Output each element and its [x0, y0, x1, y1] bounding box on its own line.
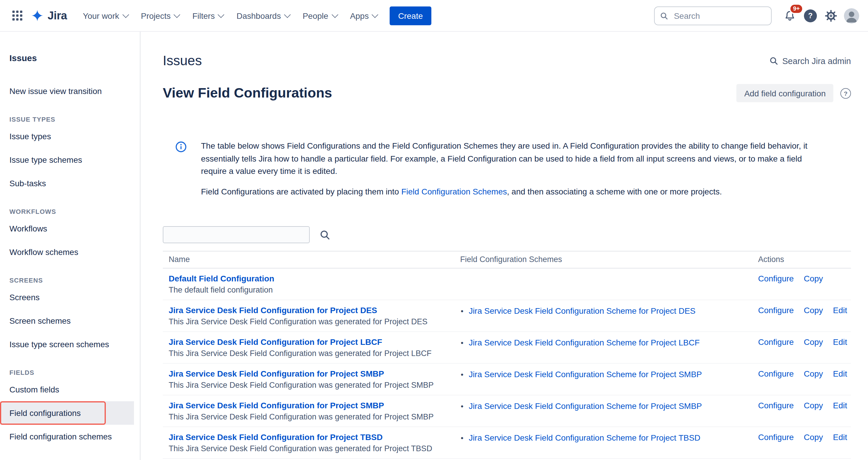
filter-search-button[interactable] [320, 229, 330, 240]
table-row: Jira Service Desk Field Configuration fo… [163, 395, 851, 427]
scheme-link[interactable]: Jira Service Desk Field Configuration Sc… [469, 432, 700, 443]
nav-dashboards[interactable]: Dashboards [230, 6, 296, 25]
column-header-name: Name [163, 252, 454, 268]
field-configurations-table: Name Field Configuration Schemes Actions… [163, 251, 851, 459]
field-configuration-link[interactable]: Jira Service Desk Field Configuration fo… [169, 305, 377, 316]
actions-cell: Configure Copy Edit [752, 427, 853, 458]
field-configuration-link[interactable]: Jira Service Desk Field Configuration fo… [169, 400, 384, 411]
field-configuration-link[interactable]: Default Field Configuration [169, 273, 274, 284]
sidebar-item-issue-type-schemes[interactable]: Issue type schemes [0, 148, 140, 171]
page-title: Issues [163, 53, 202, 69]
copy-link[interactable]: Copy [804, 305, 823, 316]
actions-cell: Configure Copy Edit [752, 395, 853, 427]
edit-link[interactable]: Edit [833, 337, 847, 348]
configure-link[interactable]: Configure [758, 305, 794, 316]
table-header: Name Field Configuration Schemes Actions [163, 251, 851, 268]
sidebar-section-workflows: WORKFLOWS [0, 195, 140, 217]
app-window: Jira Your work Projects Filters Dashboar… [0, 0, 868, 460]
scheme-link[interactable]: Jira Service Desk Field Configuration Sc… [469, 369, 702, 380]
schemes-cell: •Jira Service Desk Field Configuration S… [454, 364, 752, 395]
nav-label: Your work [83, 11, 119, 20]
edit-link[interactable]: Edit [833, 368, 847, 380]
configure-link[interactable]: Configure [758, 337, 794, 348]
app-switcher-button[interactable] [8, 7, 26, 24]
nav-filters[interactable]: Filters [186, 6, 230, 25]
sidebar-item-field-configurations[interactable]: Field configurations [0, 401, 134, 425]
section-actions: Add field configuration ? [737, 84, 851, 102]
copy-link[interactable]: Copy [804, 337, 823, 348]
field-configuration-schemes-link[interactable]: Field Configuration Schemes [401, 187, 507, 196]
configure-link[interactable]: Configure [758, 400, 794, 411]
configure-link[interactable]: Configure [758, 368, 794, 380]
schemes-cell: •Jira Service Desk Field Configuration S… [454, 332, 752, 363]
column-header-actions: Actions [752, 252, 851, 268]
actions-cell: Configure Copy Edit [752, 364, 853, 395]
edit-link[interactable]: Edit [833, 305, 847, 316]
nav-label: Dashboards [237, 11, 281, 20]
sidebar-item-field-configuration-schemes[interactable]: Field configuration schemes [0, 425, 140, 448]
sidebar-item-issue-types[interactable]: Issue types [0, 125, 140, 148]
edit-link[interactable]: Edit [833, 432, 847, 443]
configure-link[interactable]: Configure [758, 273, 794, 284]
copy-link[interactable]: Copy [804, 432, 823, 443]
help-circle-icon[interactable]: ? [840, 88, 851, 98]
page-header: Issues Search Jira admin [163, 53, 851, 69]
search-icon [660, 11, 668, 20]
avatar [844, 8, 859, 23]
sidebar-section-screens: SCREENS [0, 264, 140, 286]
settings-button[interactable] [822, 6, 840, 25]
sidebar-item-workflow-schemes[interactable]: Workflow schemes [0, 240, 140, 264]
info-text: The table below shows Field Configuratio… [201, 140, 829, 198]
help-icon: ? [804, 9, 817, 22]
section-title: View Field Configurations [163, 85, 332, 101]
field-configuration-link[interactable]: Jira Service Desk Field Configuration fo… [169, 368, 384, 380]
sidebar-item-screen-schemes[interactable]: Screen schemes [0, 309, 140, 332]
table-row: Jira Service Desk Field Configuration fo… [163, 332, 851, 364]
search-icon [320, 229, 330, 240]
scheme-link[interactable]: Jira Service Desk Field Configuration Sc… [469, 401, 702, 412]
sidebar-item-custom-fields[interactable]: Custom fields [0, 378, 140, 401]
nav-projects[interactable]: Projects [134, 6, 186, 25]
sidebar-item-issue-type-screen-schemes[interactable]: Issue type screen schemes [0, 332, 140, 356]
add-field-configuration-button[interactable]: Add field configuration [737, 84, 833, 102]
help-button[interactable]: ? [801, 6, 820, 25]
field-configuration-link[interactable]: Jira Service Desk Field Configuration fo… [169, 432, 382, 443]
sidebar-item-screens[interactable]: Screens [0, 286, 140, 309]
scheme-item: •Jira Service Desk Field Configuration S… [460, 400, 746, 412]
top-navigation: Jira Your work Projects Filters Dashboar… [0, 0, 868, 32]
copy-link[interactable]: Copy [804, 400, 823, 411]
name-cell: Jira Service Desk Field Configuration fo… [163, 395, 454, 427]
global-search[interactable] [654, 6, 772, 25]
name-cell: Jira Service Desk Field Configuration fo… [163, 300, 454, 331]
bullet-icon: • [461, 305, 463, 317]
scheme-link[interactable]: Jira Service Desk Field Configuration Sc… [469, 305, 695, 317]
actions-cell: Configure Copy [752, 268, 851, 300]
info-paragraph-1: The table below shows Field Configuratio… [201, 140, 829, 178]
scheme-link[interactable]: Jira Service Desk Field Configuration Sc… [469, 337, 700, 349]
name-cell: Jira Service Desk Field Configuration fo… [163, 364, 454, 395]
field-configuration-link[interactable]: Jira Service Desk Field Configuration fo… [169, 337, 382, 348]
nav-people[interactable]: People [296, 6, 343, 25]
chevron-down-icon [218, 11, 225, 18]
global-search-input[interactable] [673, 10, 766, 21]
copy-link[interactable]: Copy [804, 273, 823, 284]
create-button[interactable]: Create [390, 6, 431, 25]
filter-input[interactable] [163, 226, 310, 243]
nav-apps[interactable]: Apps [343, 6, 384, 25]
sidebar-item-workflows[interactable]: Workflows [0, 217, 140, 240]
nav-your-work[interactable]: Your work [76, 6, 134, 25]
search-jira-admin-link[interactable]: Search Jira admin [769, 56, 851, 66]
scheme-item: •Jira Service Desk Field Configuration S… [460, 305, 746, 317]
info-paragraph-2-suffix: , and then associating a scheme with one… [507, 187, 722, 196]
notifications-button[interactable]: 9+ [780, 6, 799, 25]
sidebar-item-sub-tasks[interactable]: Sub-tasks [0, 171, 140, 195]
bullet-icon: • [461, 337, 463, 349]
info-icon [175, 141, 187, 153]
configure-link[interactable]: Configure [758, 432, 794, 443]
jira-logo[interactable]: Jira [31, 9, 67, 22]
profile-button[interactable] [842, 6, 861, 25]
info-paragraph-2-prefix: Field Configurations are activated by pl… [201, 187, 401, 196]
edit-link[interactable]: Edit [833, 400, 847, 411]
copy-link[interactable]: Copy [804, 368, 823, 380]
sidebar-item-new-issue-view-transition[interactable]: New issue view transition [0, 79, 140, 103]
